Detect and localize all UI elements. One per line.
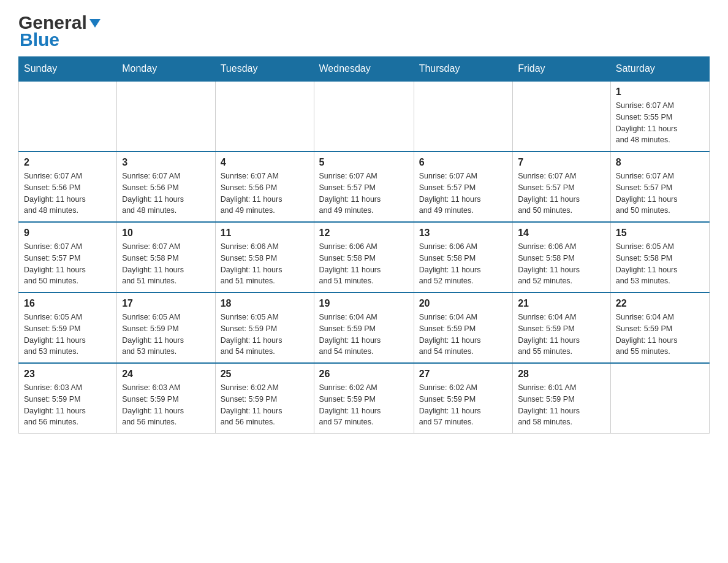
calendar-week-row: 23Sunrise: 6:03 AMSunset: 5:59 PMDayligh…	[19, 363, 710, 434]
day-info-text: Sunset: 5:57 PM	[24, 253, 112, 264]
weekday-header-saturday: Saturday	[610, 57, 709, 82]
day-info-text: Daylight: 11 hours	[419, 194, 507, 205]
day-info-text: and 51 minutes.	[122, 275, 210, 287]
day-info-text: Sunrise: 6:02 AM	[221, 382, 309, 394]
day-number: 2	[24, 157, 112, 168]
day-info-text: Sunset: 5:59 PM	[24, 394, 112, 405]
day-info-text: Daylight: 11 hours	[518, 405, 605, 417]
day-info-text: and 54 minutes.	[319, 346, 409, 358]
day-info-text: Daylight: 11 hours	[518, 264, 605, 276]
day-number: 4	[221, 157, 309, 168]
day-number: 9	[24, 228, 112, 239]
day-info-text: and 52 minutes.	[518, 275, 605, 287]
day-info-text: Daylight: 11 hours	[419, 264, 507, 276]
day-number: 12	[319, 228, 409, 239]
day-info-text: Sunset: 5:58 PM	[419, 253, 507, 264]
day-info-text: Sunrise: 6:04 AM	[419, 312, 507, 323]
calendar-cell: 8Sunrise: 6:07 AMSunset: 5:57 PMDaylight…	[610, 151, 709, 222]
day-info-text: Sunrise: 6:05 AM	[122, 312, 210, 323]
day-info-text: Sunrise: 6:06 AM	[221, 241, 309, 253]
calendar-cell	[117, 81, 215, 151]
weekday-header-sunday: Sunday	[19, 57, 117, 82]
calendar-cell: 11Sunrise: 6:06 AMSunset: 5:58 PMDayligh…	[215, 222, 314, 293]
day-info-text: Sunrise: 6:07 AM	[419, 170, 507, 182]
calendar-week-row: 1Sunrise: 6:07 AMSunset: 5:55 PMDaylight…	[19, 81, 710, 151]
day-info-text: Sunrise: 6:06 AM	[419, 241, 507, 253]
day-info-text: Sunrise: 6:04 AM	[518, 312, 605, 323]
day-info-text: Daylight: 11 hours	[319, 264, 409, 276]
weekday-header-row: SundayMondayTuesdayWednesdayThursdayFrid…	[19, 57, 710, 82]
weekday-header-wednesday: Wednesday	[314, 57, 414, 82]
day-info-text: and 55 minutes.	[518, 346, 605, 358]
day-info-text: and 54 minutes.	[221, 346, 309, 358]
day-info-text: Daylight: 11 hours	[616, 335, 704, 347]
day-info-text: and 58 minutes.	[518, 416, 605, 428]
day-number: 11	[221, 228, 309, 239]
day-info-text: Sunset: 5:59 PM	[319, 394, 409, 405]
day-info-text: and 56 minutes.	[24, 416, 112, 428]
day-number: 5	[319, 157, 409, 168]
day-info-text: Sunrise: 6:07 AM	[122, 241, 210, 253]
day-info-text: Sunrise: 6:03 AM	[122, 382, 210, 394]
day-info-text: Sunset: 5:59 PM	[24, 323, 112, 335]
day-number: 21	[518, 298, 605, 309]
calendar-cell: 6Sunrise: 6:07 AMSunset: 5:57 PMDaylight…	[414, 151, 512, 222]
day-number: 17	[122, 298, 210, 309]
day-info-text: Sunset: 5:57 PM	[616, 182, 704, 194]
day-info-text: Sunset: 5:58 PM	[122, 253, 210, 264]
calendar-cell: 5Sunrise: 6:07 AMSunset: 5:57 PMDaylight…	[314, 151, 414, 222]
calendar-table: SundayMondayTuesdayWednesdayThursdayFrid…	[18, 56, 710, 434]
day-info-text: Daylight: 11 hours	[24, 194, 112, 205]
calendar-cell: 14Sunrise: 6:06 AMSunset: 5:58 PMDayligh…	[513, 222, 611, 293]
day-info-text: and 56 minutes.	[221, 416, 309, 428]
calendar-cell: 28Sunrise: 6:01 AMSunset: 5:59 PMDayligh…	[513, 363, 611, 434]
logo-blue-text: Blue	[20, 29, 59, 50]
day-number: 14	[518, 228, 605, 239]
day-info-text: Sunset: 5:55 PM	[616, 112, 704, 123]
day-info-text: and 55 minutes.	[616, 346, 704, 358]
day-info-text: Daylight: 11 hours	[221, 335, 309, 347]
day-info-text: and 48 minutes.	[24, 205, 112, 216]
day-info-text: Sunrise: 6:04 AM	[616, 312, 704, 323]
day-info-text: and 48 minutes.	[616, 134, 704, 146]
day-number: 27	[419, 369, 507, 380]
day-info-text: Sunrise: 6:07 AM	[616, 100, 704, 112]
day-number: 15	[616, 228, 704, 239]
day-number: 3	[122, 157, 210, 168]
day-info-text: Sunset: 5:59 PM	[122, 323, 210, 335]
day-info-text: Sunrise: 6:06 AM	[518, 241, 605, 253]
calendar-cell: 23Sunrise: 6:03 AMSunset: 5:59 PMDayligh…	[19, 363, 117, 434]
day-info-text: Sunset: 5:57 PM	[319, 182, 409, 194]
day-info-text: Sunset: 5:56 PM	[221, 182, 309, 194]
day-number: 8	[616, 157, 704, 168]
calendar-cell: 22Sunrise: 6:04 AMSunset: 5:59 PMDayligh…	[610, 293, 709, 363]
day-info-text: Sunset: 5:59 PM	[221, 394, 309, 405]
day-info-text: Sunset: 5:57 PM	[419, 182, 507, 194]
day-info-text: and 53 minutes.	[24, 346, 112, 358]
day-info-text: Sunset: 5:58 PM	[616, 253, 704, 264]
day-info-text: Daylight: 11 hours	[616, 264, 704, 276]
day-info-text: Daylight: 11 hours	[24, 264, 112, 276]
calendar-cell: 21Sunrise: 6:04 AMSunset: 5:59 PMDayligh…	[513, 293, 611, 363]
calendar-cell	[215, 81, 314, 151]
day-info-text: Daylight: 11 hours	[518, 194, 605, 205]
day-info-text: Sunrise: 6:02 AM	[419, 382, 507, 394]
day-info-text: Sunrise: 6:06 AM	[319, 241, 409, 253]
day-info-text: and 53 minutes.	[616, 275, 704, 287]
calendar-cell: 24Sunrise: 6:03 AMSunset: 5:59 PMDayligh…	[117, 363, 215, 434]
day-info-text: Sunrise: 6:07 AM	[319, 170, 409, 182]
day-number: 22	[616, 298, 704, 309]
day-info-text: Sunrise: 6:05 AM	[616, 241, 704, 253]
day-info-text: Sunrise: 6:07 AM	[221, 170, 309, 182]
day-info-text: Sunrise: 6:04 AM	[319, 312, 409, 323]
day-info-text: Daylight: 11 hours	[122, 405, 210, 417]
weekday-header-tuesday: Tuesday	[215, 57, 314, 82]
day-number: 6	[419, 157, 507, 168]
day-number: 26	[319, 369, 409, 380]
calendar-cell	[19, 81, 117, 151]
calendar-cell	[314, 81, 414, 151]
day-info-text: and 57 minutes.	[419, 416, 507, 428]
calendar-cell: 17Sunrise: 6:05 AMSunset: 5:59 PMDayligh…	[117, 293, 215, 363]
day-info-text: Daylight: 11 hours	[221, 264, 309, 276]
calendar-cell: 9Sunrise: 6:07 AMSunset: 5:57 PMDaylight…	[19, 222, 117, 293]
